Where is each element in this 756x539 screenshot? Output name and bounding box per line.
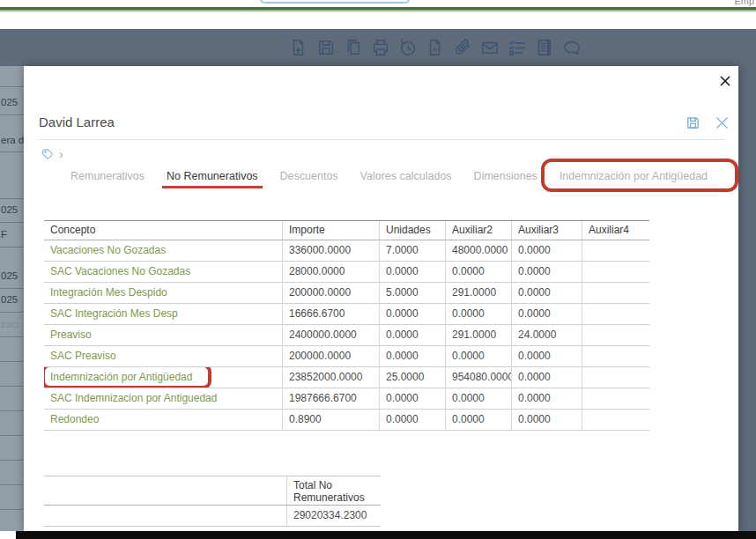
modal-close-icon[interactable] — [719, 75, 731, 87]
concept-cell[interactable]: SAC Indemnizacion por Antiguedad — [44, 388, 282, 409]
checklist-icon[interactable] — [508, 38, 527, 57]
value-cell: 0.0000 — [511, 410, 582, 430]
total-empty-cell — [44, 476, 286, 505]
employee-name-title: David Larrea — [39, 114, 115, 129]
tab-dimensiones[interactable]: Dimensiones — [470, 165, 542, 188]
annotation-row-highlight — [44, 367, 211, 388]
report-icon[interactable] — [535, 38, 554, 57]
concept-cell[interactable]: SAC Integración Mes Desp — [44, 304, 282, 324]
attachment-icon[interactable] — [453, 38, 472, 57]
concept-cell[interactable]: SAC Preaviso — [44, 346, 282, 366]
value-cell — [582, 240, 649, 261]
save-icon[interactable] — [316, 38, 336, 57]
background-row-line — [0, 460, 24, 461]
background-text-fragment: 025 — [1, 270, 18, 281]
email-icon[interactable] — [480, 38, 500, 57]
save-icon[interactable] — [686, 115, 700, 130]
value-cell: 200000.0000 — [282, 346, 379, 366]
history-icon[interactable] — [398, 38, 418, 57]
value-cell: 0.0000 — [511, 388, 582, 409]
value-cell — [582, 283, 649, 303]
table-row: Preaviso2400000.00000.0000291.000024.000… — [44, 325, 649, 346]
concept-cell[interactable]: Redondeo — [44, 410, 282, 430]
concept-cell[interactable]: SAC Vacaciones No Gozadas — [44, 262, 282, 282]
value-cell: 291.0000 — [445, 283, 511, 303]
background-row-line — [0, 198, 24, 199]
value-cell: 0.0000 — [511, 367, 582, 388]
column-header: Auxiliar3 — [511, 221, 582, 240]
column-header: Concepto — [44, 221, 282, 240]
value-cell: 0.0000 — [511, 262, 582, 282]
value-cell: 0.0000 — [445, 410, 511, 430]
table-row: SAC Vacaciones No Gozadas28000.00000.000… — [44, 262, 649, 283]
background-text-fragment: 025 — [1, 97, 18, 107]
value-cell: 0.0000 — [379, 304, 445, 324]
concept-cell[interactable]: Indemnización por Antigüedad — [44, 367, 282, 388]
close-icon[interactable] — [715, 115, 730, 130]
value-cell: 0.0000 — [445, 388, 511, 409]
value-cell: 0.0000 — [511, 346, 582, 366]
value-cell: 0.0000 — [379, 410, 445, 430]
value-cell — [582, 325, 649, 345]
value-cell: 0.8900 — [282, 410, 379, 430]
value-cell: 0.0000 — [445, 346, 511, 366]
value-cell: 0.0000 — [511, 283, 582, 303]
text-document-icon[interactable]: A — [426, 38, 445, 57]
value-cell: 336000.0000 — [282, 240, 379, 261]
value-cell: 5.0000 — [379, 283, 445, 303]
value-cell: 0.0000 — [445, 304, 511, 324]
value-cell: 1987666.6700 — [282, 388, 379, 409]
background-text-fragment: F — [1, 229, 7, 240]
tab-valores-calculados[interactable]: Valores calculados — [356, 165, 456, 188]
background-text-fragment: 025 — [1, 204, 18, 215]
column-header: Unidades — [379, 221, 445, 240]
value-cell: 28000.0000 — [282, 262, 379, 282]
tab-no-remunerativos[interactable]: No Remunerativos — [162, 165, 263, 188]
value-cell: 0.0000 — [511, 304, 582, 324]
background-row-line — [0, 312, 24, 313]
table-body: Vacaciones No Gozadas336000.00007.000048… — [44, 240, 649, 431]
background-toolbar: A BprocEliminar colaboradorProcesar — [0, 29, 756, 66]
print-icon[interactable] — [371, 38, 390, 57]
table-row: SAC Integración Mes Desp16666.67000.0000… — [44, 304, 649, 325]
search-input[interactable] — [260, 0, 410, 4]
employee-detail-modal: David Larrea › RemunerativosNo Remunerat… — [24, 66, 738, 531]
column-header: Auxiliar4 — [582, 221, 649, 240]
chevron-right-icon: › — [59, 148, 63, 160]
background-table-strip: 025era de025F025025zaci — [0, 66, 24, 531]
copy-icon[interactable] — [344, 38, 363, 57]
background-row-line — [0, 151, 24, 152]
background-row-line — [0, 361, 24, 362]
total-value: 29020334.2300 — [286, 506, 381, 526]
table-row: Vacaciones No Gozadas336000.00007.000048… — [44, 240, 649, 262]
concept-cell[interactable]: Preaviso — [44, 325, 282, 345]
new-document-icon[interactable] — [289, 38, 308, 57]
tab-descuentos[interactable]: Descuentos — [276, 165, 343, 188]
header-divider — [39, 139, 724, 140]
background-gap — [0, 12, 756, 29]
background-row-line — [0, 484, 24, 485]
value-cell: 25.0000 — [379, 367, 445, 388]
value-cell: 0.0000 — [379, 262, 445, 282]
comment-icon[interactable] — [562, 38, 582, 57]
tags-control[interactable]: › — [41, 148, 63, 160]
table-row: Redondeo0.89000.00000.00000.0000 — [44, 410, 649, 431]
value-cell — [582, 262, 649, 282]
concept-cell[interactable]: Integración Mes Despido — [44, 283, 282, 303]
background-text-fragment: 025 — [1, 294, 18, 305]
column-header: Auxiliar2 — [445, 221, 511, 240]
tab-remunerativos[interactable]: Remunerativos — [66, 165, 149, 188]
total-label: Total No Remunerativos — [286, 476, 381, 505]
value-cell — [582, 410, 649, 430]
concepts-table: ConceptoImporteUnidadesAuxiliar2Auxiliar… — [44, 220, 649, 431]
background-row-line — [0, 247, 24, 247]
table-row: Indemnización por Antigüedad23852000.000… — [44, 367, 649, 388]
value-cell: 48000.0000 — [445, 240, 511, 261]
background-row-line — [0, 410, 24, 411]
concept-cell[interactable]: Vacaciones No Gozadas — [44, 240, 282, 261]
background-row-line — [0, 435, 24, 436]
table-row: SAC Preaviso200000.00000.00000.00000.000… — [44, 346, 649, 367]
tab-bar: RemunerativosNo RemunerativosDescuentosV… — [66, 165, 712, 188]
value-cell: 291.0000 — [445, 325, 511, 345]
tab-indemnizaci-n-por-antig-edad[interactable]: Indemnización por Antigüedad — [555, 165, 712, 188]
